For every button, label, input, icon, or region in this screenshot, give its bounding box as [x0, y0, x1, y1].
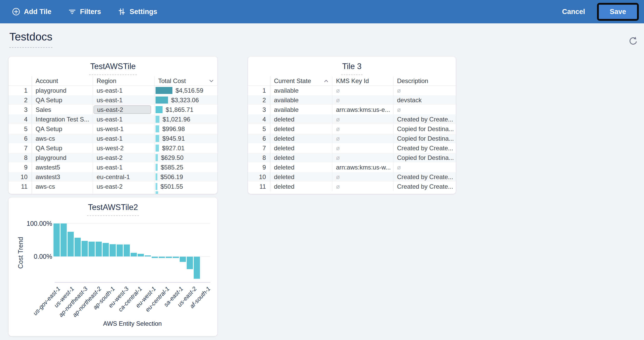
account-cell[interactable]: QA Setup — [32, 124, 93, 134]
region-cell[interactable]: us-east-1 — [93, 86, 154, 95]
total-cost-cell[interactable]: $629.50 — [154, 153, 217, 162]
column-header-kms-key-id[interactable]: KMS Key Id — [332, 76, 393, 85]
bar[interactable] — [138, 254, 144, 256]
account-cell[interactable]: Integration Test S... — [32, 114, 93, 124]
kms-key-id-cell[interactable]: ø — [332, 172, 393, 182]
bar[interactable] — [194, 257, 200, 279]
bar[interactable] — [173, 257, 179, 258]
bar[interactable] — [61, 223, 67, 256]
settings-button[interactable]: Settings — [118, 8, 157, 16]
region-cell[interactable]: us-west-1 — [93, 124, 154, 134]
description-cell[interactable]: Created by Create... — [393, 172, 456, 182]
current-state-cell[interactable]: deleted — [270, 114, 332, 124]
total-cost-cell[interactable]: $945.91 — [154, 134, 217, 143]
bar[interactable] — [117, 244, 123, 256]
kms-key-id-cell[interactable]: ø — [332, 143, 393, 153]
account-cell[interactable]: awstest5 — [32, 162, 93, 172]
current-state-cell[interactable]: available — [270, 105, 332, 114]
description-cell[interactable]: ø — [393, 86, 456, 95]
region-cell[interactable]: us-east-2 — [93, 182, 154, 191]
refresh-button[interactable] — [627, 35, 638, 47]
current-state-cell[interactable]: deleted — [270, 143, 332, 153]
kms-key-id-cell[interactable]: ø — [332, 134, 393, 143]
account-cell[interactable]: aws-cs — [32, 134, 93, 143]
kms-key-id-cell[interactable]: ø — [332, 95, 393, 105]
description-cell[interactable]: Created by Create... — [393, 143, 456, 153]
current-state-cell[interactable]: deleted — [270, 162, 332, 172]
account-cell[interactable]: playground — [32, 86, 93, 95]
account-cell[interactable]: Sales — [32, 105, 93, 114]
account-cell[interactable]: aws-cs — [32, 182, 93, 191]
account-cell[interactable]: QA Setup — [32, 143, 93, 153]
bar[interactable] — [75, 238, 81, 256]
bar[interactable] — [89, 242, 95, 256]
region-cell[interactable]: us-east-2 — [93, 105, 154, 114]
total-cost-cell[interactable]: $4,516.59 — [154, 86, 217, 95]
current-state-cell[interactable]: deleted — [270, 124, 332, 134]
description-cell[interactable]: ø — [393, 105, 456, 114]
add-tile-button[interactable]: Add Tile — [12, 8, 51, 16]
total-cost-cell[interactable]: $927.01 — [154, 143, 217, 153]
description-cell[interactable]: ø — [393, 162, 456, 172]
bar[interactable] — [145, 255, 151, 256]
column-header-region[interactable]: Region — [93, 76, 154, 85]
current-state-cell[interactable]: available — [270, 86, 332, 95]
bar[interactable] — [82, 241, 88, 256]
region-cell[interactable]: us-east-1 — [93, 162, 154, 172]
region-cell[interactable]: us-east-1 — [93, 114, 154, 124]
current-state-cell[interactable]: deleted — [270, 172, 332, 182]
kms-key-id-cell[interactable]: ø — [332, 114, 393, 124]
page-title[interactable]: Testdocs — [9, 31, 52, 48]
column-header-description[interactable]: Description — [393, 76, 456, 85]
column-header-account[interactable]: Account — [32, 76, 93, 85]
cancel-button[interactable]: Cancel — [562, 8, 585, 16]
description-cell[interactable]: Copied for Destina... — [393, 153, 456, 162]
bar[interactable] — [103, 243, 109, 256]
account-cell[interactable]: playground — [32, 153, 93, 162]
current-state-cell[interactable]: deleted — [270, 182, 332, 191]
kms-key-id-cell[interactable]: ø — [332, 182, 393, 191]
current-state-cell[interactable]: deleted — [270, 134, 332, 143]
current-state-cell[interactable]: available — [270, 95, 332, 105]
tile-title-tile3[interactable]: Tile 3 — [341, 62, 363, 75]
bar[interactable] — [53, 223, 60, 256]
bar[interactable] — [110, 244, 116, 256]
bar[interactable] — [124, 244, 130, 256]
kms-key-id-cell[interactable]: ø — [332, 124, 393, 134]
bar[interactable] — [68, 232, 74, 256]
description-cell[interactable]: devstack — [393, 95, 456, 105]
description-cell[interactable]: Created by Create... — [393, 114, 456, 124]
description-cell[interactable]: Copied for Destina... — [393, 134, 456, 143]
region-cell[interactable]: us-east-1 — [93, 95, 154, 105]
bar[interactable] — [180, 257, 186, 262]
kms-key-id-cell[interactable]: ø — [332, 86, 393, 95]
bar[interactable] — [166, 257, 172, 258]
total-cost-cell[interactable]: $1,021.96 — [154, 114, 217, 124]
kms-key-id-cell[interactable]: ø — [332, 153, 393, 162]
column-header-total-cost[interactable]: Total Cost — [154, 76, 217, 85]
bar[interactable] — [131, 253, 137, 256]
column-header-current-state[interactable]: Current State — [270, 76, 332, 85]
description-cell[interactable]: Created by Create... — [393, 182, 456, 191]
region-cell[interactable]: us-east-1 — [93, 134, 154, 143]
total-cost-cell[interactable]: $501.55 — [154, 182, 217, 191]
region-cell[interactable]: us-east-2 — [93, 153, 154, 162]
bar[interactable] — [152, 257, 158, 258]
total-cost-cell[interactable]: $1,865.71 — [154, 105, 217, 114]
region-cell[interactable]: eu-central-1 — [93, 172, 154, 182]
total-cost-cell[interactable]: $585.25 — [154, 162, 217, 172]
bar[interactable] — [96, 242, 102, 256]
save-button[interactable]: Save — [599, 5, 637, 19]
account-cell[interactable]: awstest3 — [32, 172, 93, 182]
kms-key-id-cell[interactable]: arn:aws:kms:us-w... — [332, 162, 393, 172]
bar[interactable] — [159, 257, 165, 258]
filters-button[interactable]: Filters — [68, 8, 101, 16]
total-cost-cell[interactable]: $506.19 — [154, 172, 217, 182]
kms-key-id-cell[interactable]: arn:aws:kms:us-e... — [332, 105, 393, 114]
tile-title-testawstile[interactable]: TestAWSTile — [89, 62, 137, 75]
total-cost-cell[interactable]: $996.98 — [154, 124, 217, 134]
description-cell[interactable]: Copied for Destina... — [393, 124, 456, 134]
current-state-cell[interactable]: deleted — [270, 153, 332, 162]
account-cell[interactable]: QA Setup — [32, 95, 93, 105]
bar[interactable] — [187, 257, 193, 269]
